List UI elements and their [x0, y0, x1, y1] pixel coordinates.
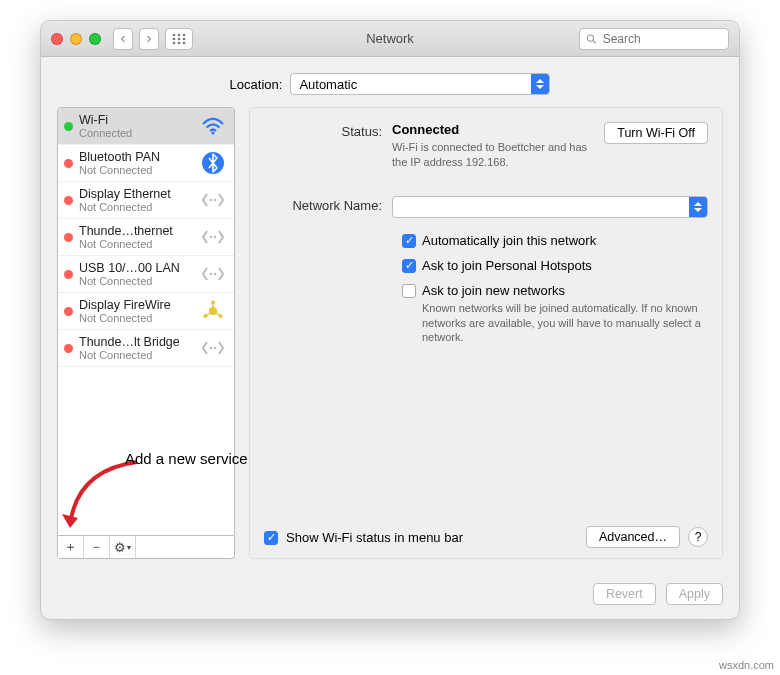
gear-icon: ⚙︎	[114, 540, 126, 555]
updown-icon	[531, 74, 549, 94]
chevron-left-icon	[120, 34, 126, 44]
service-status: Not Connected	[79, 349, 194, 361]
svg-line-25	[216, 313, 219, 315]
svg-point-9	[587, 34, 593, 40]
svg-point-15	[210, 236, 213, 239]
status-description: Wi-Fi is connected to Boettcher and has …	[392, 140, 592, 170]
bluetooth-icon	[200, 150, 226, 176]
service-item-wi-fi[interactable]: Wi-FiConnected	[58, 108, 234, 145]
location-label: Location:	[230, 77, 283, 92]
svg-point-17	[210, 273, 213, 276]
chevron-down-icon: ▾	[127, 543, 131, 552]
svg-point-14	[214, 199, 217, 202]
add-service-button[interactable]: ＋	[58, 536, 84, 558]
svg-point-26	[210, 347, 213, 350]
svg-point-19	[209, 307, 217, 315]
service-item-thunde-thernet[interactable]: Thunde…thernetNot Connected	[58, 219, 234, 256]
apply-button[interactable]: Apply	[666, 583, 723, 605]
status-dot-icon	[64, 307, 73, 316]
titlebar: Network	[41, 21, 739, 57]
ethernet-icon	[200, 261, 226, 287]
remove-service-button[interactable]: －	[84, 536, 110, 558]
window-footer: Revert Apply	[41, 573, 739, 619]
service-actions-button[interactable]: ⚙︎▾	[110, 536, 136, 558]
status-label: Status:	[264, 122, 392, 139]
show-menu-bar-checkbox[interactable]	[264, 531, 278, 545]
search-field[interactable]	[579, 28, 729, 50]
svg-point-3	[173, 37, 176, 40]
service-name: Display Ethernet	[79, 187, 194, 201]
zoom-window-button[interactable]	[89, 33, 101, 45]
personal-hotspots-label: Ask to join Personal Hotspots	[422, 258, 708, 273]
svg-line-24	[207, 313, 210, 315]
service-item-usb-10-00-lan[interactable]: USB 10/…00 LANNot Connected	[58, 256, 234, 293]
service-name: Bluetooth PAN	[79, 150, 194, 164]
personal-hotspots-checkbox[interactable]	[402, 259, 416, 273]
svg-point-11	[211, 131, 214, 134]
status-dot-icon	[64, 196, 73, 205]
svg-point-6	[173, 41, 176, 44]
svg-line-10	[593, 40, 596, 43]
service-list: Wi-FiConnectedBluetooth PANNot Connected…	[57, 107, 235, 536]
service-detail: Status: Connected Wi-Fi is connected to …	[249, 107, 723, 559]
grid-icon	[172, 33, 186, 45]
location-select[interactable]: Automatic	[290, 73, 550, 95]
close-window-button[interactable]	[51, 33, 63, 45]
service-name: USB 10/…00 LAN	[79, 261, 194, 275]
wifi-icon	[200, 113, 226, 139]
svg-point-1	[178, 33, 181, 36]
sidebar-footer: ＋ － ⚙︎▾	[57, 536, 235, 559]
service-item-display-ethernet[interactable]: Display EthernetNot Connected	[58, 182, 234, 219]
ask-new-networks-checkbox[interactable]	[402, 284, 416, 298]
location-row: Location: Automatic	[41, 57, 739, 107]
toolbar-buttons	[113, 28, 193, 50]
grid-view-button[interactable]	[165, 28, 193, 50]
minus-icon: －	[90, 538, 103, 556]
svg-point-13	[210, 199, 213, 202]
status-dot-icon	[64, 122, 73, 131]
forward-button[interactable]	[139, 28, 159, 50]
svg-point-0	[173, 33, 176, 36]
updown-icon	[689, 197, 707, 217]
svg-point-8	[183, 41, 186, 44]
advanced-button[interactable]: Advanced…	[586, 526, 680, 548]
status-value: Connected	[392, 122, 459, 137]
ethernet-icon	[200, 187, 226, 213]
network-name-label: Network Name:	[264, 196, 392, 213]
svg-point-18	[214, 273, 217, 276]
svg-point-20	[211, 301, 215, 305]
window-body: Wi-FiConnectedBluetooth PANNot Connected…	[41, 107, 739, 573]
back-button[interactable]	[113, 28, 133, 50]
status-dot-icon	[64, 270, 73, 279]
svg-point-16	[214, 236, 217, 239]
help-button[interactable]: ?	[688, 527, 708, 547]
traffic-lights	[51, 33, 101, 45]
service-status: Connected	[79, 127, 194, 139]
svg-point-4	[178, 37, 181, 40]
service-item-thunde-lt-bridge[interactable]: Thunde…lt BridgeNot Connected	[58, 330, 234, 367]
service-item-bluetooth-pan[interactable]: Bluetooth PANNot Connected	[58, 145, 234, 182]
ask-new-networks-description: Known networks will be joined automatica…	[422, 301, 708, 346]
ethernet-icon	[200, 224, 226, 250]
service-name: Wi-Fi	[79, 113, 194, 127]
service-item-display-firewire[interactable]: Display FireWireNot Connected	[58, 293, 234, 330]
svg-point-27	[214, 347, 217, 350]
ask-new-networks-label: Ask to join new networks	[422, 283, 708, 298]
status-dot-icon	[64, 159, 73, 168]
plus-icon: ＋	[64, 538, 77, 556]
service-status: Not Connected	[79, 312, 194, 324]
search-input[interactable]	[601, 31, 722, 47]
service-status: Not Connected	[79, 275, 194, 287]
location-value: Automatic	[299, 77, 523, 92]
revert-button[interactable]: Revert	[593, 583, 656, 605]
svg-point-2	[183, 33, 186, 36]
turn-wifi-off-button[interactable]: Turn Wi-Fi Off	[604, 122, 708, 144]
status-dot-icon	[64, 344, 73, 353]
service-name: Thunde…thernet	[79, 224, 194, 238]
network-name-select[interactable]	[392, 196, 708, 218]
ethernet-icon	[200, 335, 226, 361]
minimize-window-button[interactable]	[70, 33, 82, 45]
svg-point-5	[183, 37, 186, 40]
service-status: Not Connected	[79, 201, 194, 213]
auto-join-checkbox[interactable]	[402, 234, 416, 248]
